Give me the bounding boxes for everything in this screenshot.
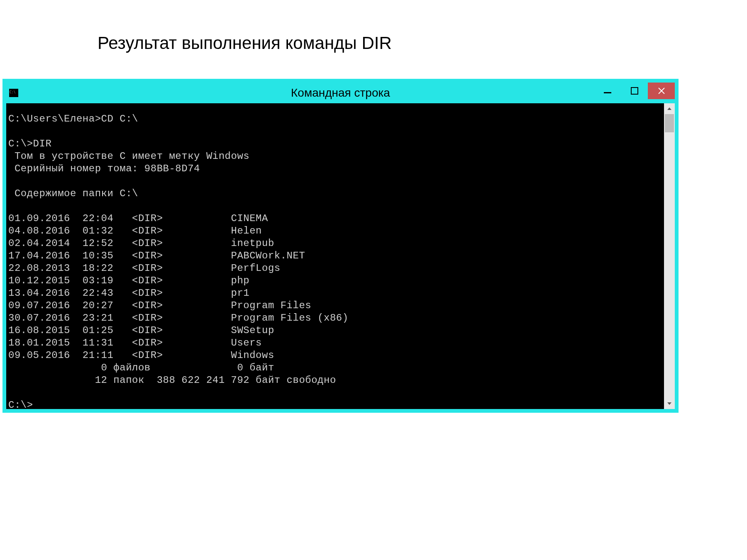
scroll-up-button[interactable] [664,103,675,114]
minimize-button[interactable] [594,83,621,99]
page-heading: Результат выполнения команды DIR [0,0,747,70]
command-prompt-window: Командная строка C:\Users\Елена>CD C:\ C… [2,79,679,413]
scroll-down-button[interactable] [664,398,675,409]
titlebar[interactable]: Командная строка [6,83,675,103]
window-title: Командная строка [6,86,675,100]
svg-marker-2 [667,107,671,110]
maximize-button[interactable] [621,83,648,99]
svg-marker-3 [667,402,671,405]
terminal-output[interactable]: C:\Users\Елена>CD C:\ C:\>DIR Том в устр… [6,103,664,409]
scroll-thumb[interactable] [665,114,674,132]
scroll-track[interactable] [664,114,675,398]
scrollbar[interactable] [664,103,675,409]
window-buttons [594,83,675,99]
client-area: C:\Users\Елена>CD C:\ C:\>DIR Том в устр… [6,103,675,409]
close-button[interactable] [648,83,675,99]
